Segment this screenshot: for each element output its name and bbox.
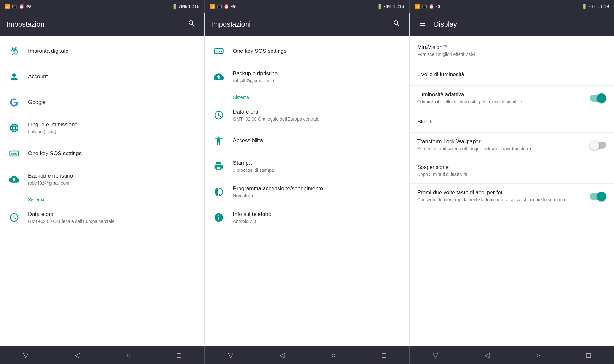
- settings-item-backup-text: Backup e ripristino roby492@gmail.com: [28, 172, 198, 186]
- settings-item-language-text: Lingue e immissione Italiano (Italia): [28, 121, 198, 135]
- clock-icon: [6, 210, 22, 225]
- backup-subtitle: roby492@gmail.com: [28, 180, 198, 186]
- display-item-camera[interactable]: Premi due volte tasto di acc. per fot.. …: [410, 184, 614, 209]
- settings-item-backup2-text: Backup e ripristino roby492@gmail.com: [233, 70, 403, 83]
- settings-item-sos[interactable]: SOS One key SOS settings: [0, 141, 204, 166]
- camera-text: Premi due volte tasto di acc. per fot.. …: [417, 189, 590, 203]
- status-panel-1: 📶 📳 ⏰ 4G 🔋 76% 11:18: [0, 0, 204, 13]
- settings-item-backup2[interactable]: Backup e ripristino roby492@gmail.com: [205, 64, 409, 90]
- settings-item-datetime[interactable]: Data e ora GMT+02:00 Ora legale dell'Eur…: [0, 205, 204, 230]
- datetime-title: Data e ora: [28, 211, 198, 218]
- display-item-sospensione[interactable]: Sospensione Dopo 5 minuti di inattività: [410, 158, 614, 184]
- settings-item-schedule[interactable]: Programma accensione/spegnimento Non att…: [205, 179, 409, 205]
- transform-toggle[interactable]: [590, 140, 606, 150]
- svg-text:SOS: SOS: [11, 152, 17, 155]
- status-icons-left-3: 📶 📳 ⏰ 4G: [415, 4, 441, 9]
- settings-item-schedule-text: Programma accensione/spegnimento Non att…: [233, 185, 403, 199]
- nav-back-3[interactable]: ◁: [477, 349, 498, 362]
- settings-item-fingerprint-text: Impronta digitale: [28, 48, 198, 55]
- display-item-brightness[interactable]: Livello di luminosità: [410, 64, 614, 86]
- sos-icon-2: SOS: [211, 44, 226, 59]
- nav-home-1[interactable]: ○: [119, 349, 138, 362]
- nav-panel-1: ▽ ◁ ○ □: [0, 346, 204, 364]
- settings-item-fingerprint[interactable]: Impronta digitale: [0, 38, 204, 64]
- nav-home-2[interactable]: ○: [324, 349, 343, 362]
- nav-recents-3[interactable]: □: [579, 349, 598, 362]
- display-item-adaptive[interactable]: Luminosità adattiva Ottimizza il livello…: [410, 86, 614, 111]
- settings-item-sos2[interactable]: SOS One key SOS settings: [205, 38, 409, 64]
- nav-back-2[interactable]: ◁: [272, 349, 293, 362]
- display-list: MiraVision™ Fornisce i migliori effetti …: [410, 36, 614, 346]
- navigation-bar: ▽ ◁ ○ □ ▽ ◁ ○ □ ▽ ◁ ○ □: [0, 346, 614, 364]
- settings-item-backup[interactable]: Backup e ripristino roby492@gmail.com: [0, 166, 204, 192]
- settings-item-datetime-text: Data e ora GMT+02:00 Ora legale dell'Eur…: [28, 211, 198, 224]
- settings-item-language[interactable]: Lingue e immissione Italiano (Italia): [0, 115, 204, 141]
- network-icon-2: 📶: [210, 4, 215, 9]
- display-panel: Display MiraVision™ Fornisce i migliori …: [410, 13, 614, 346]
- backup2-subtitle: roby492@gmail.com: [233, 78, 403, 83]
- vibrate-icon-2: 📳: [217, 4, 222, 9]
- app-bar-1: Impostazioni: [0, 13, 204, 36]
- nav-recents-2[interactable]: □: [374, 349, 394, 362]
- app-bar-title-2: Impostazioni: [211, 20, 385, 28]
- backup-icon: [6, 171, 22, 187]
- settings-item-accessibility[interactable]: Accessibilità: [205, 128, 409, 154]
- camera-toggle[interactable]: [590, 192, 606, 201]
- sos-title: One key SOS settings: [28, 150, 198, 157]
- accessibility-title: Accessibilità: [233, 137, 403, 144]
- settings-item-account[interactable]: Account: [0, 64, 204, 90]
- nav-recents-1[interactable]: □: [169, 349, 189, 362]
- status-bar: 📶 📳 ⏰ 4G 🔋 76% 11:18 📶 📳 ⏰ 4G 🔋 76% 11:1…: [0, 0, 614, 13]
- main-content: Impostazioni Impronta digitale: [0, 13, 614, 346]
- hamburger-menu-icon[interactable]: [416, 17, 429, 32]
- transform-title: Transform Lock Wallpaper: [417, 138, 590, 145]
- settings-item-datetime2[interactable]: Data e ora GMT+02:00 Ora legale dell'Eur…: [205, 102, 409, 128]
- display-item-miravision[interactable]: MiraVision™ Fornisce i migliori effetti …: [410, 38, 614, 64]
- display-item-transform[interactable]: Transform Lock Wallpaper Screen on and s…: [410, 133, 614, 158]
- datetime-subtitle: GMT+02:00 Ora legale dell'Europa central…: [28, 218, 198, 224]
- nav-home-3[interactable]: ○: [528, 349, 548, 362]
- camera-toggle-thumb: [597, 192, 606, 201]
- adaptive-toggle[interactable]: [590, 93, 606, 103]
- status-right-3: 🔋 76% 11:19: [582, 4, 609, 9]
- backup-icon-2: [211, 69, 226, 84]
- network-icon-3: 📶: [415, 4, 420, 9]
- language-icon: [6, 120, 22, 136]
- settings-item-google[interactable]: Google: [0, 90, 204, 115]
- app-bar-2: Impostazioni: [205, 13, 409, 36]
- svg-text:SOS: SOS: [216, 50, 222, 53]
- fingerprint-title: Impronta digitale: [28, 48, 198, 55]
- alarm-icon-3: ⏰: [429, 4, 434, 9]
- schedule-subtitle: Non attiva: [233, 193, 403, 199]
- signal-4g-icon-3: 4G: [436, 4, 441, 8]
- phone-title: Info sul telefono: [233, 211, 403, 218]
- settings-item-account-text: Account: [28, 73, 198, 80]
- account-title: Account: [28, 73, 198, 80]
- settings-item-datetime2-text: Data e ora GMT+02:00 Ora legale dell'Eur…: [233, 108, 403, 122]
- settings-item-phone[interactable]: Info sul telefono Android 7.0: [205, 205, 409, 230]
- network-icon-1: 📶: [5, 4, 10, 9]
- print-subtitle: 0 processi di stampa: [233, 167, 403, 173]
- sos-icon: SOS: [6, 146, 22, 161]
- display-item-wallpaper[interactable]: Sfondo: [410, 111, 614, 133]
- nav-down-1[interactable]: ▽: [15, 349, 36, 362]
- nav-down-2[interactable]: ▽: [220, 349, 241, 362]
- nav-down-3[interactable]: ▽: [425, 349, 446, 362]
- settings-item-sos2-text: One key SOS settings: [233, 48, 403, 55]
- search-icon-2[interactable]: [390, 17, 403, 32]
- sospensione-subtitle: Dopo 5 minuti di inattività: [417, 171, 606, 178]
- brightness-text: Livello di luminosità: [417, 71, 606, 78]
- search-icon-1[interactable]: [185, 17, 198, 32]
- phone-subtitle: Android 7.0: [233, 218, 403, 224]
- adaptive-title: Luminosità adattiva: [417, 91, 590, 98]
- app-bar-3: Display: [410, 13, 614, 36]
- battery-icon-2: 🔋: [377, 4, 382, 9]
- settings-item-print[interactable]: Stampa 0 processi di stampa: [205, 154, 409, 179]
- miravision-subtitle: Fornisce i migliori effetti visivi: [417, 51, 606, 58]
- signal-4g-icon-1: 4G: [26, 4, 31, 8]
- status-right-1: 🔋 76% 11:18: [172, 4, 199, 9]
- nav-back-1[interactable]: ◁: [67, 349, 88, 362]
- settings-list-2: SOS One key SOS settings Backup e ripris…: [205, 36, 409, 346]
- time-2: 11:18: [393, 4, 404, 9]
- print-title: Stampa: [233, 160, 403, 167]
